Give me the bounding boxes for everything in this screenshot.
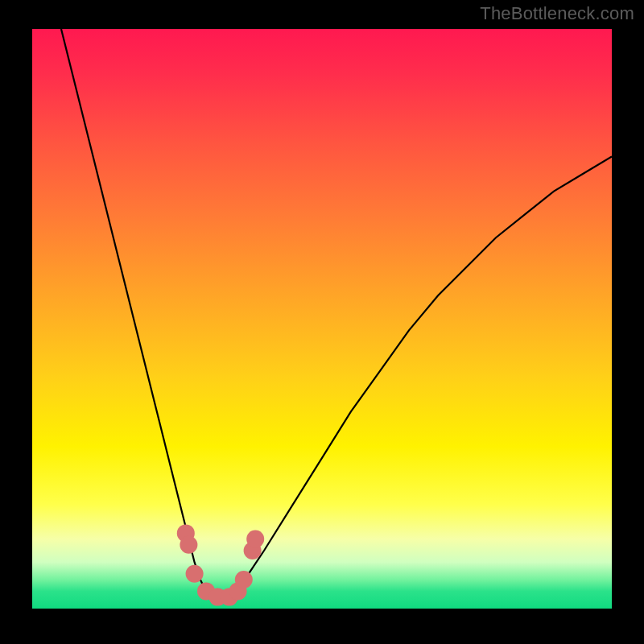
- attribution-text: TheBottleneck.com: [480, 3, 634, 24]
- chart-svg: [32, 29, 612, 609]
- bottleneck-curve: [61, 29, 612, 597]
- curve-marker: [186, 565, 204, 583]
- marker-group: [177, 524, 264, 605]
- plot-area: [32, 29, 612, 609]
- curve-marker: [235, 571, 253, 588]
- chart-frame: TheBottleneck.com: [0, 0, 644, 644]
- curve-marker: [246, 530, 264, 548]
- curve-marker: [180, 536, 197, 554]
